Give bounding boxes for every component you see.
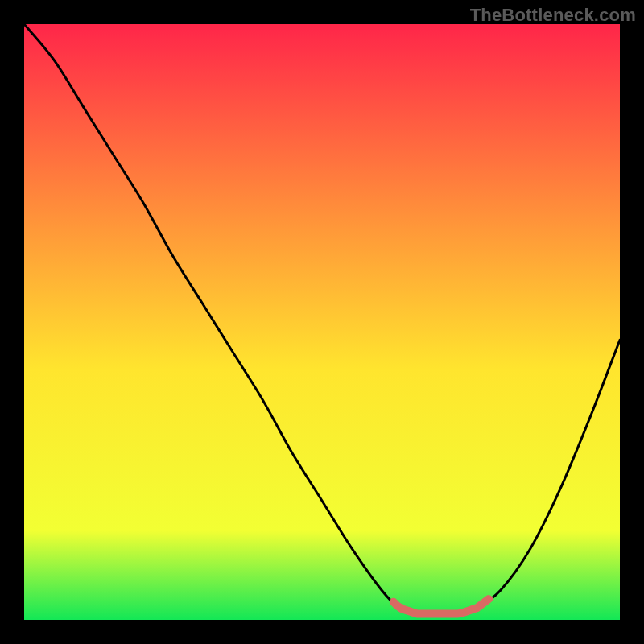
gradient-background <box>24 24 620 620</box>
chart-svg <box>24 24 620 620</box>
figure-container: { "watermark": "TheBottleneck.com", "col… <box>0 0 644 644</box>
plot-area <box>24 24 620 620</box>
watermark-text: TheBottleneck.com <box>470 5 636 26</box>
